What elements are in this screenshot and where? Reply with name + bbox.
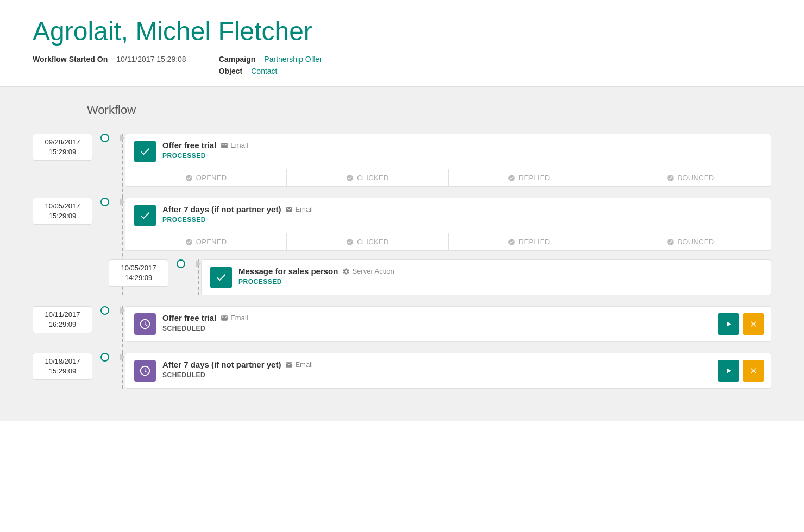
nested-circle [177,259,185,268]
nested-connector [168,259,201,268]
workflow-started-value: 10/11/2017 15:29:08 [116,55,186,64]
card-status-4: SCHEDULED [162,371,702,379]
card-icon-3 [134,313,156,335]
arrow-1 [120,134,125,142]
card-type-4: Email [285,360,313,369]
page-header: Agrolait, Michel Fletcher Workflow Start… [0,0,804,87]
nested-card-content: Message for sales person Server Action P… [238,267,762,286]
card-actions-3 [711,307,771,341]
card-actions-4 [711,353,771,388]
page-title: Agrolait, Michel Fletcher [33,16,771,46]
campaign-row: Campaign Partnership Offer [219,55,322,64]
connector-2 [92,198,125,206]
check-icon [139,210,151,221]
timeline-item-1: 09/28/201715:29:09 Offer free trial [33,134,771,187]
timeline: 09/28/201715:29:09 Offer free trial [33,134,771,389]
play-button-3[interactable] [718,313,739,335]
card-title-row-1: Offer free trial Email [162,141,762,150]
check-icon [215,271,227,283]
workflow-started: Workflow Started On 10/11/2017 15:29:08 [33,55,186,64]
check-circle-icon [667,238,674,246]
check-circle-icon [508,174,516,182]
play-icon-4 [724,366,733,375]
card-status-3: SCHEDULED [162,325,702,332]
circle-1 [100,134,109,142]
date-box-4: 10/18/201715:29:09 [33,353,92,380]
play-button-4[interactable] [718,360,739,382]
card-name-2: After 7 days (if not partner yet) [162,205,281,214]
timeline-item-2-wrapper: 10/05/201715:29:09 After 7 days (if not … [33,198,771,295]
campaign-link[interactable]: Partnership Offer [264,55,322,64]
campaign-object: Campaign Partnership Offer Object Contac… [219,55,322,75]
check-icon [139,145,151,157]
object-row: Object Contact [219,67,322,75]
nested-card-status: PROCESSED [238,278,762,286]
stat-bounced-1: BOUNCED [610,169,771,186]
card-header-1: Offer free trial Email PROCESSED [125,134,771,169]
card-header-3: Offer free trial Email SCHEDULED [125,307,711,341]
card-icon-1 [134,141,156,162]
stat-clicked-2: CLICKED [287,233,448,250]
circle-3 [100,306,109,315]
card-header-4: After 7 days (if not partner yet) Email … [125,353,711,388]
date-box-1: 09/28/201715:29:09 [33,134,92,161]
date-box-2: 10/05/201715:29:09 [33,198,92,225]
card-title-row-2: After 7 days (if not partner yet) Email [162,205,762,214]
play-icon-3 [724,320,733,328]
card-1: Offer free trial Email PROCESSED OPENED [125,134,771,187]
connector-4 [92,353,125,362]
card-icon-4 [134,360,156,382]
timeline-item-4: 10/18/201715:29:09 After 7 days (if not … [33,353,771,389]
card-stats-2: OPENED CLICKED REPLIED BOUNCED [125,233,771,250]
check-circle-icon [667,174,674,182]
email-icon-2 [285,206,293,213]
card-4: After 7 days (if not partner yet) Email … [125,353,771,389]
check-circle-icon [346,174,354,182]
card-stats-1: OPENED CLICKED REPLIED BOUNCED [125,169,771,186]
stat-replied-1: REPLIED [449,169,610,186]
connector-1 [92,134,125,142]
clock-icon-3 [139,318,151,330]
card-type-1: Email [221,141,248,149]
stat-replied-2: REPLIED [449,233,610,250]
card-content-4: After 7 days (if not partner yet) Email … [162,360,702,379]
cancel-button-4[interactable] [743,360,764,382]
workflow-section: Workflow 09/28/201715:29:09 [0,87,804,421]
card-content-3: Offer free trial Email SCHEDULED [162,313,702,332]
card-content-2: After 7 days (if not partner yet) Email … [162,205,762,224]
clock-icon-4 [139,365,151,377]
stat-bounced-2: BOUNCED [610,233,771,250]
nested-card-icon [210,267,232,288]
card-name-3: Offer free trial [162,313,216,322]
nested-card-title-row: Message for sales person Server Action [238,267,762,276]
check-circle-icon [185,238,193,246]
check-circle-icon [346,238,354,246]
cancel-icon-4 [749,366,758,375]
card-3: Offer free trial Email SCHEDULED [125,306,771,342]
cancel-icon-3 [749,320,758,328]
workflow-title: Workflow [87,103,771,117]
card-name-1: Offer free trial [162,141,216,150]
cancel-button-3[interactable] [743,313,764,335]
card-type-2: Email [285,205,313,213]
nested-date-box: 10/05/201714:29:09 [109,259,168,287]
object-link[interactable]: Contact [251,67,277,75]
card-title-row-3: Offer free trial Email [162,313,702,322]
timeline-item-2: 10/05/201715:29:09 After 7 days (if not … [33,198,771,251]
check-circle-icon [185,174,193,182]
card-status-2: PROCESSED [162,216,762,224]
nested-card-name: Message for sales person [238,267,338,276]
arrow-2 [120,198,125,206]
circle-2 [100,198,109,206]
stat-clicked-1: CLICKED [287,169,448,186]
stat-opened-2: OPENED [125,233,287,250]
nested-item-2: 10/05/201714:29:09 Message for sales per… [109,259,771,295]
object-label: Object [219,67,243,75]
nested-card: Message for sales person Server Action P… [201,259,771,295]
card-type-3: Email [221,314,248,322]
date-box-3: 10/11/201716:29:09 [33,306,92,333]
card-title-row-4: After 7 days (if not partner yet) Email [162,360,702,369]
campaign-label: Campaign [219,55,256,64]
connector-3 [92,306,125,315]
nested-card-type: Server Action [342,267,394,275]
